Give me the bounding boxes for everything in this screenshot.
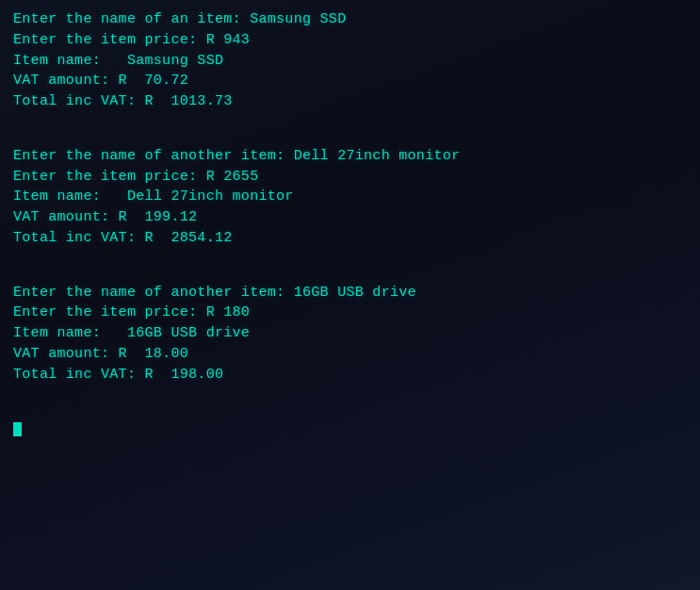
output-line-16: [13, 418, 687, 439]
output-line-5: Total inc VAT: R 1013.73: [13, 91, 687, 112]
output-line-3: Item name: Samsung SSD: [13, 51, 687, 72]
blank-line-2: [13, 129, 687, 146]
output-line-2: Enter the item price: R 943: [13, 30, 687, 51]
output-line-1: Enter the name of an item: Samsung SSD: [13, 9, 687, 30]
output-line-7: Enter the item price: R 2655: [13, 167, 687, 188]
output-line-10: Total inc VAT: R 2854.12: [13, 228, 687, 249]
output-line-6: Enter the name of another item: Dell 27i…: [13, 146, 687, 167]
blank-line-4: [13, 266, 687, 283]
blank-line-3: [13, 249, 687, 266]
output-line-11: Enter the name of another item: 16GB USB…: [13, 283, 687, 303]
blank-line-5: [13, 385, 687, 402]
blank-line-1: [13, 112, 687, 129]
output-line-12: Enter the item price: R 180: [13, 303, 687, 323]
output-line-13: Item name: 16GB USB drive: [13, 323, 687, 344]
output-line-15: Total inc VAT: R 198.00: [13, 365, 687, 385]
terminal-window[interactable]: Enter the name of an item: Samsung SSD E…: [0, 0, 700, 590]
output-line-9: VAT amount: R 199.12: [13, 207, 687, 228]
output-line-8: Item name: Dell 27inch monitor: [13, 187, 687, 207]
output-line-14: VAT amount: R 18.00: [13, 344, 687, 365]
blank-line-6: [13, 402, 687, 418]
cursor: [13, 422, 22, 436]
output-line-4: VAT amount: R 70.72: [13, 71, 687, 91]
